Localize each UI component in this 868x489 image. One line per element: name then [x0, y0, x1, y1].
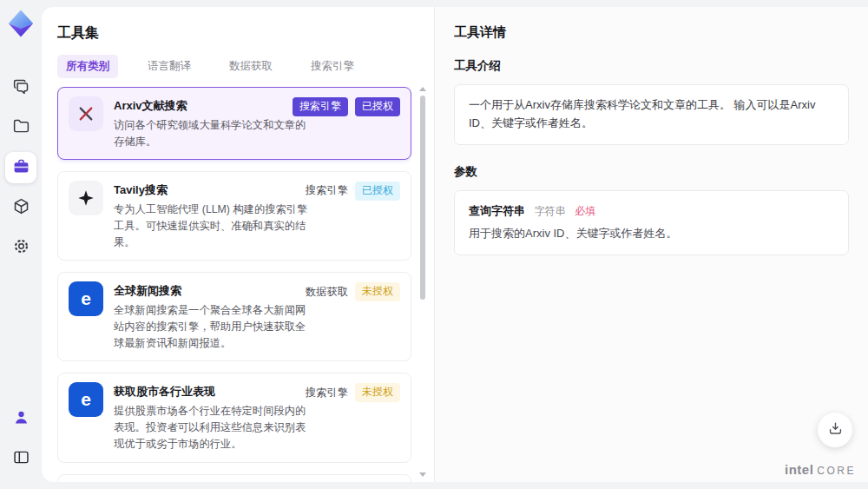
- sidebar-collapse-button[interactable]: [5, 443, 36, 474]
- tool-category-badge: 搜索引擎: [293, 97, 348, 116]
- main-surface: 工具集 所有类别语言翻译数据获取搜索引擎 Arxiv文献搜索访问各个研究领域大量…: [42, 7, 868, 482]
- tool-card[interactable]: Tavily搜索专为人工智能代理 (LLM) 构建的搜索引擎工具。可快速提供实时…: [57, 171, 411, 261]
- tool-name: Arxiv文献搜索: [114, 98, 312, 114]
- sidebar-item-settings[interactable]: [5, 232, 36, 263]
- category-tab[interactable]: 所有类别: [57, 55, 118, 78]
- intro-text: 一个用于从Arxiv存储库搜索科学论文和文章的工具。 输入可以是Arxiv ID…: [469, 98, 815, 129]
- download-button[interactable]: [818, 413, 852, 447]
- tool-card[interactable]: e获取股市各行业表现提供股票市场各个行业在特定时间段内的表现。投资者可以利用这些…: [57, 373, 411, 462]
- sidebar-item-account[interactable]: [5, 403, 36, 434]
- settings-icon: [12, 237, 30, 259]
- tool-category-badge: 搜索引擎: [306, 183, 348, 198]
- tool-category-badge: 数据获取: [306, 285, 348, 300]
- tool-name: Tavily搜索: [114, 182, 312, 198]
- tool-badges: 搜索引擎已授权: [293, 97, 400, 116]
- tool-description: 提供股票市场各个行业在特定时间段内的表现。投资者可以利用这些信息来识别表现优于或…: [114, 403, 312, 453]
- collapse-panel-icon: [12, 448, 30, 470]
- sidebar-item-files[interactable]: [5, 112, 36, 143]
- tool-status-badge: 已授权: [355, 182, 400, 201]
- folder-icon: [12, 117, 30, 139]
- category-tab[interactable]: 语言翻译: [139, 55, 200, 78]
- e-logo-icon: e: [69, 281, 103, 316]
- user-icon: [12, 408, 30, 430]
- scrollbar-thumb[interactable]: [420, 96, 425, 300]
- scrollbar-up-arrow-icon[interactable]: [419, 87, 426, 91]
- tool-name: 获取股市各行业表现: [114, 384, 312, 400]
- tool-list: Arxiv文献搜索访问各个研究领域大量科学论文和文章的存储库。搜索引擎已授权Ta…: [57, 87, 411, 482]
- tool-description: 全球新闻搜索是一个聚合全球各大新闻网站内容的搜索引擎，帮助用户快速获取全球最新资…: [114, 302, 312, 352]
- parameter-card: 查询字符串 字符串 必填 用于搜索的Arxiv ID、关键字或作者姓名。: [454, 190, 849, 256]
- params-section-title: 参数: [454, 164, 849, 180]
- sidebar-item-chat[interactable]: [5, 72, 36, 103]
- tool-list-panel: 工具集 所有类别语言翻译数据获取搜索引擎 Arxiv文献搜索访问各个研究领域大量…: [42, 7, 434, 482]
- tool-description: 专为人工智能代理 (LLM) 构建的搜索引擎工具。可快速提供实时、准确和真实的结…: [114, 202, 312, 251]
- intro-card: 一个用于从Arxiv存储库搜索科学论文和文章的工具。 输入可以是Arxiv ID…: [454, 84, 849, 145]
- arxiv-logo-icon: [69, 96, 103, 131]
- tool-name: 全球新闻搜索: [114, 283, 312, 299]
- parameter-description: 用于搜索的Arxiv ID、关键字或作者姓名。: [469, 225, 834, 243]
- tool-status-badge: 未授权: [355, 282, 400, 301]
- tool-description: 访问各个研究领域大量科学论文和文章的存储库。: [114, 117, 312, 150]
- tool-badges: 搜索引擎未授权: [306, 383, 400, 402]
- intel-core-logo: intel CORE: [785, 462, 856, 477]
- app-logo-gem-icon: [6, 9, 36, 38]
- intel-wordmark: intel: [785, 462, 813, 477]
- tool-category-badge: 搜索引擎: [306, 386, 348, 400]
- icon-sidebar: [0, 0, 42, 489]
- intro-section-title: 工具介绍: [454, 58, 849, 74]
- parameter-header: 查询字符串 字符串 必填: [469, 202, 834, 221]
- category-tabs: 所有类别语言翻译数据获取搜索引擎: [57, 55, 418, 78]
- tool-badges: 搜索引擎已授权: [306, 182, 400, 201]
- parameter-type: 字符串: [535, 205, 566, 217]
- tool-badges: 数据获取未授权: [306, 282, 400, 301]
- category-tab[interactable]: 数据获取: [220, 55, 281, 78]
- sparkle-icon: [69, 181, 103, 215]
- scrollbar-down-arrow-icon[interactable]: [419, 472, 426, 477]
- core-wordmark: CORE: [817, 465, 856, 477]
- detail-title: 工具详情: [454, 24, 849, 41]
- sidebar-item-tools[interactable]: [5, 152, 36, 183]
- tool-detail-panel: 工具详情 工具介绍 一个用于从Arxiv存储库搜索科学论文和文章的工具。 输入可…: [434, 7, 868, 482]
- tool-status-badge: 未授权: [355, 383, 400, 402]
- tool-card[interactable]: Arxiv文献搜索访问各个研究领域大量科学论文和文章的存储库。搜索引擎已授权: [57, 87, 411, 160]
- scrollbar[interactable]: [418, 87, 427, 477]
- tool-status-badge: 已授权: [355, 97, 400, 116]
- sidebar-item-packages[interactable]: [5, 192, 36, 223]
- e-logo-icon: e: [69, 382, 103, 417]
- chat-icon: [12, 77, 30, 99]
- tool-card[interactable]: e全球新闻搜索全球新闻搜索是一个聚合全球各大新闻网站内容的搜索引擎，帮助用户快速…: [57, 272, 411, 361]
- category-tab[interactable]: 搜索引擎: [302, 55, 363, 78]
- download-icon: [827, 420, 844, 440]
- parameter-name: 查询字符串: [469, 204, 525, 217]
- tool-card[interactable]: e获取市场最活跃股票信息提供当天交易量最高的股票列表，投资者可以利用这些信息来识…: [57, 474, 411, 482]
- parameter-required-flag: 必填: [575, 205, 595, 217]
- briefcase-icon: [12, 157, 30, 179]
- package-icon: [12, 197, 30, 219]
- page-title: 工具集: [57, 24, 418, 43]
